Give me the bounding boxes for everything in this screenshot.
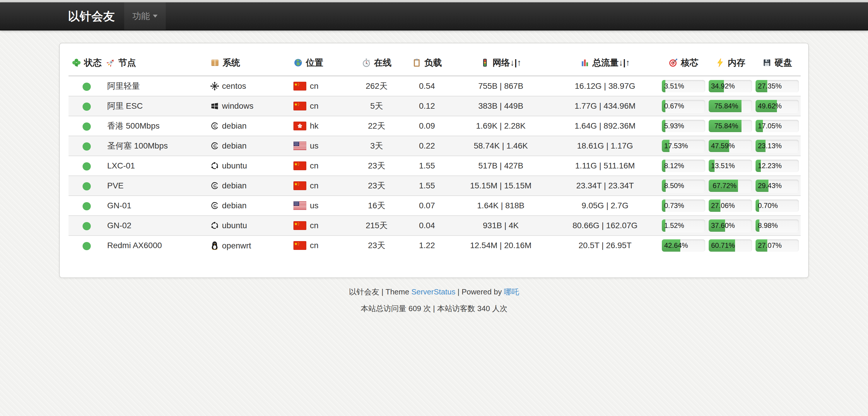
server-row[interactable]: 阿里轻量centoscn262天0.54755B | 867B16.12G | … xyxy=(68,76,801,96)
hk-flag-icon xyxy=(293,122,306,130)
ram-progress-value: 27.06% xyxy=(709,200,735,212)
location-cell: cn xyxy=(292,236,351,255)
target-icon xyxy=(669,58,678,67)
ram-progress-value: 37.60% xyxy=(709,219,735,232)
system-cell: debian xyxy=(209,196,292,216)
ram-progress: 75.84% xyxy=(709,120,752,132)
cpu-progress-bar: 3.51% xyxy=(662,80,665,92)
disk-progress-value: 17.05% xyxy=(755,120,782,132)
cn-flag-icon xyxy=(293,241,306,250)
ram-progress-bar: 75.84% xyxy=(709,120,742,132)
ram-progress-cell: 75.84% xyxy=(707,116,754,136)
system-cell: ubuntu xyxy=(209,216,292,236)
cpu-progress-bar: 0.73% xyxy=(662,200,665,212)
location-cell: cn xyxy=(292,176,351,196)
ram-progress-bar: 34.92% xyxy=(709,80,724,92)
debian-icon xyxy=(210,201,219,210)
system-cell: debian xyxy=(209,136,292,156)
column-label-traffic: 总流量↓|↑ xyxy=(592,58,630,67)
column-label-system: 系统 xyxy=(223,58,240,67)
cpu-progress: 0.73% xyxy=(662,200,705,212)
ram-progress: 47.59% xyxy=(709,140,752,152)
cpu-progress: 8.50% xyxy=(662,180,705,192)
server-row[interactable]: LXC-01ubuntucn23天1.55517B | 427B1.11G | … xyxy=(68,156,801,176)
country-code: cn xyxy=(310,82,319,91)
main-content: 状态节点系统位置在线负载网络↓|↑总流量↓|↑核芯内存硬盘 阿里轻量centos… xyxy=(0,43,868,314)
column-header-status: 状态 xyxy=(68,52,105,76)
system-cell: windows xyxy=(209,96,292,116)
uptime-cell: 23天 xyxy=(351,156,402,176)
cpu-progress-value: 1.52% xyxy=(662,219,684,232)
network-speed-cell: 383B | 449B xyxy=(452,96,550,116)
load-cell: 0.09 xyxy=(402,116,452,136)
caret-down-icon xyxy=(153,14,158,18)
server-row[interactable]: 阿里 ESCwindowscn5天0.12383B | 449B1.77G | … xyxy=(68,96,801,116)
column-label-ram: 内存 xyxy=(728,58,745,67)
cpu-progress-bar: 0.67% xyxy=(662,100,665,112)
disk-progress: 27.35% xyxy=(755,80,799,92)
load-cell: 0.07 xyxy=(402,196,452,216)
disk-progress-cell: 29.43% xyxy=(754,176,801,196)
node-name: 阿里 ESC xyxy=(105,96,209,116)
brand-title[interactable]: 以针会友 xyxy=(66,2,124,30)
cpu-progress: 17.53% xyxy=(662,140,705,152)
cn-flag-icon xyxy=(293,82,306,91)
rocket-icon xyxy=(106,58,115,67)
location-cell: us xyxy=(292,196,351,216)
disk-progress-value: 12.23% xyxy=(755,160,782,172)
server-row[interactable]: 香港 500Mbpsdebianhk22天0.091.69K | 2.28K1.… xyxy=(68,116,801,136)
powered-by-link[interactable]: 哪吒 xyxy=(504,288,519,296)
server-row[interactable]: GN-02ubuntucn215天0.04931B | 4K80.66G | 1… xyxy=(68,216,801,236)
ram-progress-cell: 67.72% xyxy=(707,176,754,196)
ram-progress-cell: 34.92% xyxy=(707,76,754,96)
online-status-dot xyxy=(83,222,91,230)
node-name: 圣何塞 100Mbps xyxy=(105,136,209,156)
os-name: openwrt xyxy=(222,241,251,250)
disk-progress: 49.62% xyxy=(755,100,799,112)
features-dropdown-toggle[interactable]: 功能 xyxy=(124,2,166,30)
os-name: debian xyxy=(222,121,247,130)
total-traffic-cell: 23.34T | 23.34T xyxy=(550,176,660,196)
country-code: hk xyxy=(310,121,319,130)
load-cell: 1.55 xyxy=(402,156,452,176)
disk-progress-value: 27.07% xyxy=(755,239,782,251)
disk-progress: 0.70% xyxy=(755,200,799,212)
node-name: GN-02 xyxy=(105,216,209,236)
ram-progress-value: 60.71% xyxy=(709,239,735,251)
server-row[interactable]: GN-01debianus16天0.071.64K | 818B9.05G | … xyxy=(68,196,801,216)
column-header-network: 网络↓|↑ xyxy=(452,52,550,76)
column-header-node: 节点 xyxy=(105,52,209,76)
disk-progress-cell: 27.07% xyxy=(754,236,801,255)
bar-chart-icon xyxy=(580,58,589,67)
status-cell xyxy=(68,76,105,96)
country-code: cn xyxy=(310,241,319,250)
ram-progress: 60.71% xyxy=(709,239,752,251)
ram-progress-cell: 47.59% xyxy=(707,136,754,156)
ram-progress: 13.51% xyxy=(709,160,752,172)
globe-icon xyxy=(293,58,303,67)
windows-icon xyxy=(210,102,219,111)
clipboard-icon xyxy=(412,58,422,67)
server-row[interactable]: 圣何塞 100Mbpsdebianus3天0.2258.74K | 1.46K1… xyxy=(68,136,801,156)
ram-progress-value: 75.84% xyxy=(712,120,738,132)
column-header-system: 系统 xyxy=(209,52,292,76)
cpu-progress: 42.64% xyxy=(662,239,705,251)
cpu-progress-value: 0.67% xyxy=(662,100,684,112)
visit-counter: 本站总访问量 609 次 | 本站访客数 340 人次 xyxy=(0,303,868,314)
total-traffic-cell: 16.12G | 38.97G xyxy=(550,76,660,96)
cpu-progress: 1.52% xyxy=(662,219,705,232)
location-cell: cn xyxy=(292,156,351,176)
ram-progress-cell: 75.84% xyxy=(707,96,754,116)
status-cell xyxy=(68,196,105,216)
server-row[interactable]: PVEdebiancn23天1.5515.15M | 15.15M23.34T … xyxy=(68,176,801,196)
server-row[interactable]: Redmi AX6000openwrtcn23天1.2212.54M | 20.… xyxy=(68,236,801,255)
uptime-cell: 5天 xyxy=(351,96,402,116)
floppy-icon xyxy=(762,58,772,67)
ram-progress-bar: 60.71% xyxy=(709,239,735,251)
system-cell: debian xyxy=(209,116,292,136)
os-name: ubuntu xyxy=(222,221,247,230)
theme-link[interactable]: ServerStatus xyxy=(411,288,455,296)
node-name: Redmi AX6000 xyxy=(105,236,209,255)
ubuntu-icon xyxy=(210,221,219,230)
status-cell xyxy=(68,156,105,176)
